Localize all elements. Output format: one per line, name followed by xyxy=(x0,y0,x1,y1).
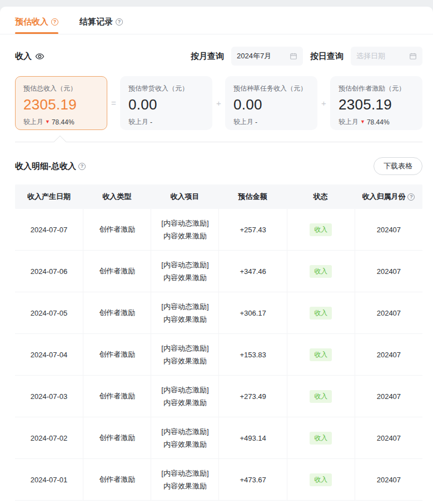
calendar-icon xyxy=(290,52,297,60)
down-triangle-icon: ▼ xyxy=(360,119,365,124)
header-project: 收入项目 xyxy=(151,184,218,209)
table-row: 2024-07-04 创作者激励 [内容动态激励]内容效果激励 +153.83 … xyxy=(15,334,422,376)
help-icon[interactable]: ? xyxy=(407,193,415,201)
status-badge: 收入 xyxy=(310,348,332,361)
cell-project: [内容动态激励]内容效果激励 xyxy=(151,292,218,333)
tab-estimated-income-label: 预估收入 xyxy=(15,17,48,27)
main-panel: 预估收入 ? 结算记录 ? 收入 按月查询 xyxy=(0,7,433,504)
cell-amount: +473.67 xyxy=(218,459,286,500)
table-row: 2024-07-02 创作者激励 [内容动态激励]内容效果激励 +493.14 … xyxy=(15,417,422,459)
cell-status: 收入 xyxy=(287,417,355,458)
status-badge: 收入 xyxy=(310,390,332,403)
cell-amount: +306.17 xyxy=(218,292,286,333)
active-tab-underline xyxy=(15,32,58,34)
cell-amount: +493.14 xyxy=(218,417,286,458)
table-row: 2024-07-07 创作者激励 [内容动态激励]内容效果激励 +257.43 … xyxy=(15,209,422,251)
income-detail-table: 收入产生日期 收入类型 收入项目 预估金额 状态 收入归属月份 ? 2024-0… xyxy=(15,184,422,501)
header-amount: 预估金额 xyxy=(218,184,286,209)
header-type: 收入类型 xyxy=(83,184,151,209)
cell-project: [内容动态激励]内容效果激励 xyxy=(151,209,218,250)
cell-type: 创作者激励 xyxy=(83,376,151,417)
cell-type: 创作者激励 xyxy=(83,417,151,458)
cell-month: 202407 xyxy=(355,417,422,458)
month-picker-input[interactable]: 2024年7月 xyxy=(231,47,303,66)
cell-project: [内容动态激励]内容效果激励 xyxy=(151,376,218,417)
detail-title: 收入明细-总收入 ? xyxy=(15,161,86,172)
cell-project: [内容动态激励]内容效果激励 xyxy=(151,251,218,292)
cell-status: 收入 xyxy=(287,251,355,292)
summary-cards: 预估总收入（元） 2305.19 较上月 ▼ 78.44% = 预估带货收入（元… xyxy=(15,76,422,130)
cell-amount: +347.46 xyxy=(218,251,286,292)
day-picker-placeholder: 选择日期 xyxy=(356,51,385,61)
cell-amount: +273.49 xyxy=(218,376,286,417)
cell-type: 创作者激励 xyxy=(83,459,151,500)
header-date: 收入产生日期 xyxy=(15,184,83,209)
cell-type: 创作者激励 xyxy=(83,251,151,292)
tab-bar: 预估收入 ? 结算记录 ? xyxy=(0,7,433,34)
cell-month: 202407 xyxy=(355,376,422,417)
detail-section-header: 收入明细-总收入 ? 下载表格 xyxy=(15,157,422,175)
month-query-label: 按月查询 xyxy=(191,51,224,62)
day-query-label: 按日查询 xyxy=(310,51,344,62)
help-icon[interactable]: ? xyxy=(116,18,123,26)
plus-operator: + xyxy=(216,98,221,108)
cell-status: 收入 xyxy=(287,459,355,500)
cell-status: 收入 xyxy=(287,334,355,375)
cell-type: 创作者激励 xyxy=(83,209,151,250)
plus-operator: + xyxy=(321,98,326,108)
cell-type: 创作者激励 xyxy=(83,292,151,333)
status-badge: 收入 xyxy=(310,265,332,278)
total-income-value: 2305.19 xyxy=(23,96,99,113)
table-row: 2024-07-03 创作者激励 [内容动态激励]内容效果激励 +273.49 … xyxy=(15,376,422,417)
tab-settlement-records[interactable]: 结算记录 ? xyxy=(79,17,123,34)
header-month: 收入归属月份 ? xyxy=(355,184,422,209)
cell-amount: +257.43 xyxy=(218,209,286,250)
download-table-button[interactable]: 下载表格 xyxy=(374,157,422,175)
query-row: 收入 按月查询 2024年7月 按日查询 选择日期 xyxy=(15,46,422,66)
income-section-title: 收入 xyxy=(15,51,44,62)
table-row: 2024-07-01 创作者激励 [内容动态激励]内容效果激励 +473.67 … xyxy=(15,459,422,501)
cell-month: 202407 xyxy=(355,459,422,500)
cell-month: 202407 xyxy=(355,334,422,375)
help-icon[interactable]: ? xyxy=(78,163,86,170)
table-row: 2024-07-05 创作者激励 [内容动态激励]内容效果激励 +306.17 … xyxy=(15,292,422,334)
cell-date: 2024-07-01 xyxy=(15,459,83,500)
table-row: 2024-07-06 创作者激励 [内容动态激励]内容效果激励 +347.46 … xyxy=(15,251,422,292)
cell-date: 2024-07-07 xyxy=(15,209,83,250)
card-seeding-task-income[interactable]: 预估种草任务收入（元） 0.00 较上月 - xyxy=(225,76,317,130)
day-picker-input[interactable]: 选择日期 xyxy=(351,47,422,66)
eye-icon[interactable] xyxy=(35,52,44,61)
cell-month: 202407 xyxy=(355,209,422,250)
cell-type: 创作者激励 xyxy=(83,334,151,375)
cell-status: 收入 xyxy=(287,209,355,250)
cell-amount: +153.83 xyxy=(218,334,286,375)
cell-project: [内容动态激励]内容效果激励 xyxy=(151,417,218,458)
tab-settlement-records-label: 结算记录 xyxy=(79,17,113,27)
cell-date: 2024-07-02 xyxy=(15,417,83,458)
card-creator-incentive[interactable]: 预估创作者激励（元） 2305.19 较上月 ▼ 78.44% xyxy=(330,76,422,130)
card-commerce-income[interactable]: 预估带货收入（元） 0.00 较上月 - xyxy=(120,76,212,130)
section-divider xyxy=(15,142,422,142)
cell-date: 2024-07-04 xyxy=(15,334,83,375)
cell-status: 收入 xyxy=(287,376,355,417)
status-badge: 收入 xyxy=(310,307,332,320)
status-badge: 收入 xyxy=(310,432,332,445)
cell-project: [内容动态激励]内容效果激励 xyxy=(151,459,218,500)
tab-estimated-income[interactable]: 预估收入 ? xyxy=(15,17,58,34)
equals-operator: = xyxy=(111,98,116,108)
status-badge: 收入 xyxy=(310,473,332,486)
cell-status: 收入 xyxy=(287,292,355,333)
header-status: 状态 xyxy=(287,184,355,209)
cell-project: [内容动态激励]内容效果激励 xyxy=(151,334,218,375)
selected-card-notch xyxy=(54,136,67,148)
date-filters: 按月查询 2024年7月 按日查询 选择日期 xyxy=(191,47,422,66)
card-total-income[interactable]: 预估总收入（元） 2305.19 较上月 ▼ 78.44% xyxy=(15,76,107,130)
help-icon[interactable]: ? xyxy=(51,18,58,26)
cell-date: 2024-07-03 xyxy=(15,376,83,417)
cell-date: 2024-07-05 xyxy=(15,292,83,333)
calendar-icon xyxy=(409,52,417,60)
cell-month: 202407 xyxy=(355,251,422,292)
status-badge: 收入 xyxy=(310,223,332,236)
table-header-row: 收入产生日期 收入类型 收入项目 预估金额 状态 收入归属月份 ? xyxy=(15,184,422,209)
down-triangle-icon: ▼ xyxy=(45,119,50,124)
